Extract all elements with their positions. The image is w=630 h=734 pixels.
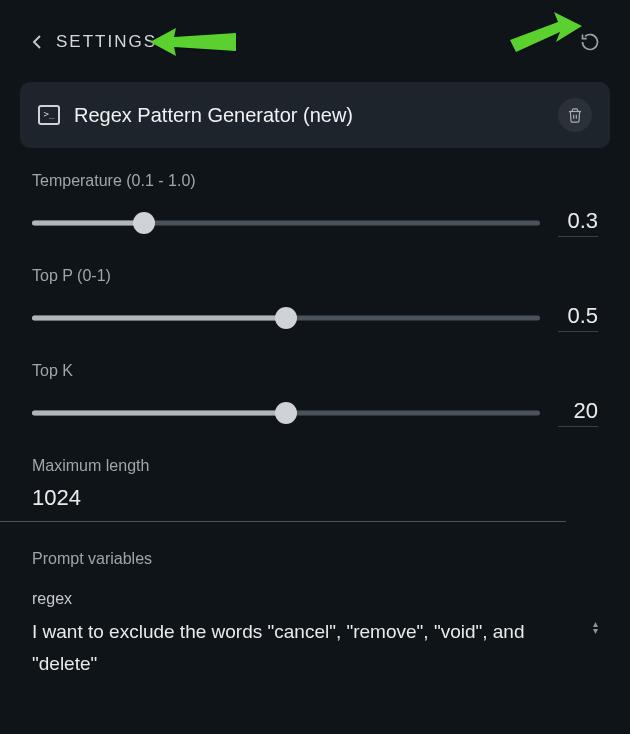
top-p-slider[interactable] [32, 309, 540, 327]
terminal-icon [38, 105, 60, 125]
max-length-group: Maximum length 1024 [32, 457, 598, 522]
parameters-panel: Temperature (0.1 - 1.0) 0.3 Top P (0-1) … [0, 172, 630, 681]
temperature-group: Temperature (0.1 - 1.0) 0.3 [32, 172, 598, 237]
variable-value-input[interactable]: I want to exclude the words "cancel", "r… [32, 616, 587, 681]
top-k-slider[interactable] [32, 404, 540, 422]
resize-handle-icon[interactable]: ▴▾ [593, 620, 598, 634]
trash-icon [567, 107, 583, 124]
delete-preset-button[interactable] [558, 98, 592, 132]
reset-button[interactable] [578, 30, 602, 54]
top-p-value[interactable]: 0.5 [558, 303, 598, 332]
top-p-group: Top P (0-1) 0.5 [32, 267, 598, 332]
chevron-left-icon [28, 33, 46, 51]
prompt-variables-label: Prompt variables [32, 550, 598, 568]
top-k-label: Top K [32, 362, 598, 380]
top-k-value[interactable]: 20 [558, 398, 598, 427]
settings-title: SETTINGS [56, 32, 157, 52]
settings-header: SETTINGS [0, 0, 630, 74]
prompt-variable-item: regex I want to exclude the words "cance… [32, 590, 598, 681]
back-nav[interactable]: SETTINGS [28, 32, 157, 52]
preset-title: Regex Pattern Generator (new) [74, 104, 353, 127]
temperature-slider[interactable] [32, 214, 540, 232]
refresh-icon [580, 32, 600, 52]
top-p-label: Top P (0-1) [32, 267, 598, 285]
preset-card: Regex Pattern Generator (new) [20, 82, 610, 148]
temperature-label: Temperature (0.1 - 1.0) [32, 172, 598, 190]
max-length-input[interactable]: 1024 [0, 481, 566, 522]
variable-name: regex [32, 590, 598, 608]
temperature-value[interactable]: 0.3 [558, 208, 598, 237]
max-length-label: Maximum length [32, 457, 598, 475]
top-k-group: Top K 20 [32, 362, 598, 427]
